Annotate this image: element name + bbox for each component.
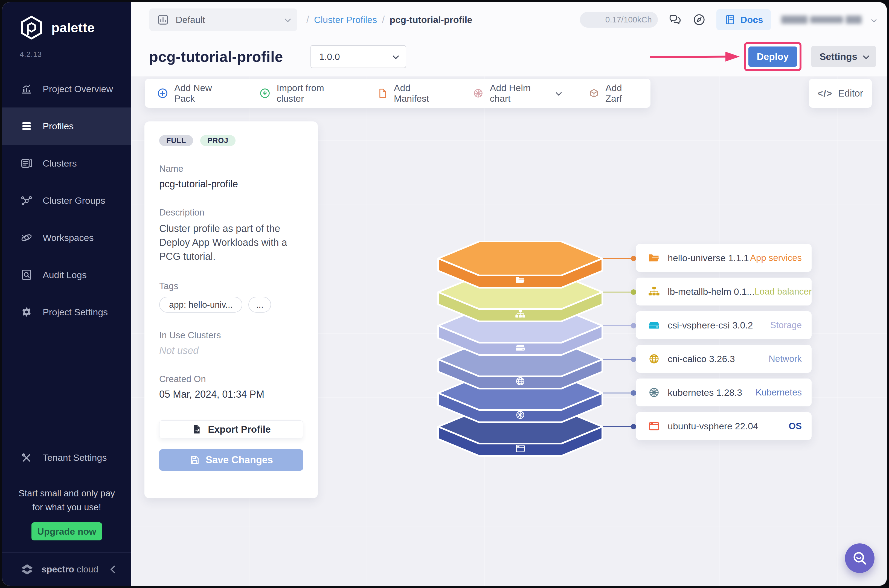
chat-feedback-button[interactable]	[668, 13, 682, 27]
sidebar-item-audit-logs[interactable]: Audit Logs	[2, 256, 131, 294]
breadcrumb-cluster-profiles-link[interactable]: Cluster Profiles	[314, 15, 377, 25]
add-helm-chart-button[interactable]: Add Helm chart	[473, 82, 560, 104]
pack-category: Kubernetes	[755, 387, 802, 398]
import-from-cluster-button[interactable]: Import from cluster	[259, 82, 349, 104]
palette-logo-icon	[19, 14, 44, 41]
badge-row: FULL PROJ	[159, 135, 303, 146]
brand-word-2: cloud	[77, 564, 98, 574]
explore-button[interactable]	[692, 13, 706, 27]
project-scope-icon	[157, 14, 169, 26]
app-logo: palette	[2, 2, 131, 41]
add-manifest-button[interactable]: Add Manifest	[377, 82, 444, 104]
pack-row-csi-vsphere-csi[interactable]: csi-vsphere-csi 3.0.2 Storage	[636, 311, 812, 339]
sidebar-item-clusters[interactable]: Clusters	[2, 145, 131, 182]
tags-row: app: hello-univ... ...	[159, 297, 303, 313]
add-zarf-button[interactable]: Add Zarf	[589, 82, 638, 104]
pack-name: kubernetes 1.28.3	[668, 387, 742, 398]
pack-row-lb-metallb-helm[interactable]: lb-metallb-helm 0.1... Load balancer	[636, 278, 812, 306]
pack-row-cni-calico[interactable]: cni-calico 3.26.3 Network	[636, 345, 812, 373]
code-icon: </>	[818, 88, 833, 99]
pack-row-hello-universe[interactable]: hello-universe 1.1.1 App services	[636, 244, 812, 272]
sidebar-item-project-overview[interactable]: Project Overview	[2, 70, 131, 108]
badge-full: FULL	[159, 135, 193, 146]
plus-circle-icon	[157, 87, 168, 99]
topbar-actions: 0.17/100kCh Docs	[580, 9, 876, 30]
helm-wheel-icon	[473, 87, 484, 99]
pack-toolbar: Add New Pack Import from cluster Add Man…	[145, 79, 650, 108]
save-changes-button[interactable]: Save Changes	[159, 449, 303, 471]
sidebar-spacer	[2, 331, 131, 439]
pack-name: cni-calico 3.26.3	[668, 354, 735, 364]
pack-name: ubuntu-vsphere 22.04	[668, 421, 758, 432]
pack-list: hello-universe 1.1.1 App services lb-met…	[636, 244, 812, 446]
profile-description-value: Cluster profile as part of the Deploy Ap…	[159, 222, 303, 263]
search-fab-button[interactable]	[845, 543, 874, 573]
spectro-cloud-logo-icon	[19, 561, 35, 578]
profile-version-select[interactable]: 1.0.0	[311, 45, 406, 68]
pack-name: csi-vsphere-csi 3.0.2	[668, 320, 753, 331]
tag-chip[interactable]: app: hello-univ...	[159, 297, 242, 313]
editor-toggle-button[interactable]: </> Editor	[809, 79, 872, 108]
project-scope-selector[interactable]: Default	[149, 9, 297, 31]
cluster-groups-icon	[20, 194, 33, 207]
sidebar-item-label: Project Settings	[43, 307, 108, 318]
sidebar-item-label: Profiles	[43, 121, 74, 132]
badge-proj: PROJ	[200, 135, 236, 146]
chevron-down-icon	[285, 16, 291, 22]
pack-name: hello-universe 1.1.1	[668, 253, 749, 263]
usage-credits-meter: 0.17/100kCh	[580, 12, 658, 28]
export-profile-button[interactable]: Export Profile	[159, 420, 303, 438]
sidebar-item-tenant-settings[interactable]: Tenant Settings	[2, 439, 131, 476]
upgrade-now-button[interactable]: Upgrade now	[32, 522, 102, 540]
add-new-pack-label: Add New Pack	[174, 82, 231, 104]
pack-category: OS	[788, 421, 802, 431]
settings-button[interactable]: Settings	[811, 46, 876, 67]
pack-row-kubernetes[interactable]: kubernetes 1.28.3 Kubernetes	[636, 378, 812, 406]
profile-info-card: FULL PROJ Name pcg-tutorial-profile Desc…	[144, 122, 318, 498]
folder-open-icon	[648, 252, 660, 264]
sitemap-icon	[648, 285, 660, 297]
chat-icon	[668, 13, 682, 27]
add-new-pack-button[interactable]: Add New Pack	[157, 82, 231, 104]
pack-category: Network	[769, 354, 802, 364]
in-use-clusters-value: Not used	[159, 345, 303, 356]
deploy-button[interactable]: Deploy	[748, 46, 797, 67]
user-account-name-redacted[interactable]	[781, 16, 862, 24]
annotation-arrow	[650, 50, 740, 63]
kubernetes-wheel-icon	[648, 387, 660, 399]
manifest-file-icon	[377, 87, 388, 99]
promo-line: for what you use!	[11, 500, 123, 514]
breadcrumb: / Cluster Profiles / pcg-tutorial-profil…	[306, 14, 472, 26]
project-settings-gear-icon	[20, 306, 33, 318]
sidebar-collapse-icon[interactable]	[111, 565, 118, 573]
docs-button[interactable]: Docs	[716, 9, 771, 30]
export-file-icon	[191, 424, 203, 435]
tenant-settings-tools-icon	[20, 452, 33, 464]
chevron-down-icon	[556, 90, 562, 96]
pack-category: Load balancer	[754, 286, 812, 297]
tag-overflow-chip[interactable]: ...	[248, 297, 271, 313]
sidebar-item-profiles[interactable]: Profiles	[2, 108, 131, 145]
profile-editor-canvas: Add New Pack Import from cluster Add Man…	[131, 76, 887, 586]
add-zarf-label: Add Zarf	[605, 82, 638, 104]
sidebar-item-workspaces[interactable]: Workspaces	[2, 219, 131, 256]
user-menu-chevron-icon[interactable]	[871, 17, 877, 22]
editor-label: Editor	[838, 88, 863, 99]
globe-icon	[648, 353, 660, 365]
pack-row-ubuntu-vsphere[interactable]: ubuntu-vsphere 22.04 OS	[636, 412, 812, 440]
layer-connectors	[602, 256, 636, 429]
sidebar-item-label: Audit Logs	[43, 270, 87, 280]
profile-name-value: pcg-tutorial-profile	[159, 178, 303, 190]
import-from-cluster-label: Import from cluster	[276, 82, 349, 104]
sidebar-item-cluster-groups[interactable]: Cluster Groups	[2, 182, 131, 219]
save-floppy-icon	[189, 454, 200, 465]
pack-name: lb-metallb-helm 0.1...	[668, 286, 754, 297]
sidebar-item-project-settings[interactable]: Project Settings	[2, 294, 131, 331]
created-on-value: 05 Mar, 2024, 01:34 PM	[159, 388, 303, 400]
tags-label: Tags	[159, 281, 303, 291]
sidebar-item-label: Cluster Groups	[43, 195, 105, 206]
kubernetes-wheel-icon	[517, 411, 524, 418]
profile-version-value: 1.0.0	[319, 51, 340, 62]
os-window-icon	[648, 420, 660, 432]
pack-category: Storage	[770, 320, 802, 330]
